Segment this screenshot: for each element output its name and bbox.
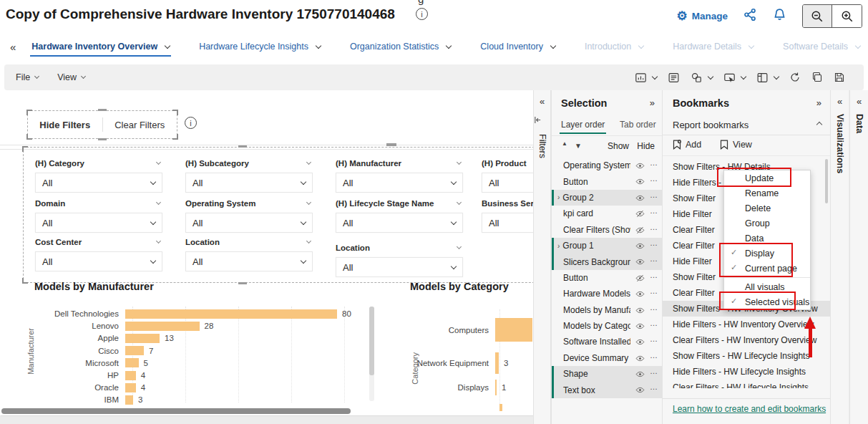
more-options-icon[interactable]: …	[650, 319, 658, 327]
more-options-icon[interactable]: …	[650, 174, 658, 183]
selection-handle[interactable]	[172, 110, 178, 115]
menu-item-current-page[interactable]: ✓Current page	[724, 261, 810, 276]
data-rail-label[interactable]: Data	[854, 114, 864, 133]
slicers-group[interactable]: (H) CategoryAll(H) SubcategoryAll(H) Man…	[23, 147, 533, 283]
chevron-down-icon[interactable]	[165, 42, 170, 48]
chevron-down-icon[interactable]	[306, 238, 311, 244]
chevron-down-icon[interactable]	[457, 160, 462, 165]
bookmarks-help-link[interactable]: Learn how to create and edit bookmarks	[673, 404, 826, 414]
present-tool[interactable]	[723, 72, 746, 84]
bar[interactable]	[125, 371, 136, 380]
chevron-down-icon[interactable]	[301, 178, 306, 184]
slicer-dropdown[interactable]: All	[482, 213, 533, 233]
chevron-down-icon[interactable]	[306, 200, 311, 205]
chevron-down-icon[interactable]	[156, 238, 161, 244]
chevron-down-icon[interactable]	[774, 73, 779, 79]
layer-item-text-box[interactable]: Text box…	[552, 382, 662, 398]
more-options-icon[interactable]: …	[650, 334, 658, 343]
slicer-dropdown[interactable]: All	[185, 213, 313, 233]
bar[interactable]	[125, 383, 136, 392]
models-by-category-visual[interactable]: Models by Category Category ComputersNet…	[401, 281, 533, 408]
bar[interactable]	[125, 395, 133, 405]
more-options-icon[interactable]: …	[650, 206, 658, 215]
layer-item-hardware-models-de-[interactable]: Hardware Models De...…	[552, 286, 662, 302]
layer-item-shape[interactable]: Shape…	[552, 366, 662, 382]
chevron-up-icon[interactable]	[816, 122, 822, 127]
tabs-scroll-left-icon[interactable]: «	[10, 42, 16, 52]
shapes-tool[interactable]	[691, 72, 713, 84]
eye-visible-icon[interactable]	[635, 322, 645, 333]
more-options-icon[interactable]: …	[650, 367, 658, 375]
page-tab-software-details[interactable]: Software Details	[781, 35, 862, 58]
eye-visible-icon[interactable]	[635, 385, 645, 397]
move-layer-down-button[interactable]: ▼	[575, 142, 582, 150]
chevron-down-icon[interactable]	[316, 42, 321, 48]
expand-visualizations-icon[interactable]: «	[831, 96, 849, 107]
bar-partial[interactable]	[499, 404, 502, 411]
manage-button[interactable]: ⚙ Manage	[676, 10, 728, 22]
slicer-dropdown[interactable]: All	[482, 173, 533, 193]
menu-item-selected-visuals[interactable]: ✓Selected visuals	[724, 294, 810, 309]
bar[interactable]	[125, 309, 337, 319]
share-icon[interactable]	[743, 8, 757, 24]
eye-visible-icon[interactable]	[635, 370, 645, 381]
menu-item-update[interactable]: Update	[724, 170, 810, 186]
chevron-down-icon[interactable]	[457, 244, 462, 249]
slicer-dropdown[interactable]: All	[336, 173, 463, 193]
add-bookmark-button[interactable]: Add	[673, 140, 701, 150]
filters-rail-label[interactable]: Filters	[537, 134, 547, 158]
slicer-dropdown[interactable]: All	[35, 213, 162, 233]
menu-item-display[interactable]: ✓Display	[724, 246, 810, 261]
resize-handle[interactable]	[238, 145, 247, 148]
tab-layer-order[interactable]: Layer order	[561, 120, 605, 134]
chevron-down-icon[interactable]	[306, 160, 311, 165]
slicer-dropdown[interactable]: All	[35, 251, 162, 271]
page-tab-cloud-inventory[interactable]: Cloud Inventory	[479, 35, 557, 58]
eye-visible-icon[interactable]	[635, 193, 645, 205]
menu-item-rename[interactable]: Rename	[724, 186, 810, 201]
more-options-icon[interactable]: …	[650, 158, 658, 167]
chevron-down-icon[interactable]	[451, 218, 457, 224]
eye-hidden-icon[interactable]	[635, 274, 645, 285]
more-options-icon[interactable]: …	[650, 254, 658, 263]
bar[interactable]	[125, 346, 144, 355]
bar[interactable]	[125, 358, 139, 367]
tab-tab-order[interactable]: Tab order	[620, 120, 656, 134]
zoom-out-button[interactable]	[803, 5, 832, 27]
bookmarks-scrollbar[interactable]	[825, 159, 828, 203]
selection-handle[interactable]	[26, 134, 32, 140]
chevron-down-icon[interactable]	[748, 42, 754, 48]
slicer-dropdown[interactable]: All	[35, 173, 162, 193]
layer-item-clear-filters-show-[interactable]: Clear Filters (Show)…	[552, 222, 662, 238]
chevron-down-icon[interactable]	[457, 200, 462, 205]
chevron-down-icon[interactable]	[301, 218, 306, 224]
selection-handle[interactable]	[26, 110, 32, 115]
new-visual-tool[interactable]	[635, 72, 657, 84]
page-tab-organization-statistics[interactable]: Organization Statistics	[348, 35, 452, 58]
expand-filters-icon[interactable]: «	[534, 96, 550, 107]
resize-handle[interactable]	[386, 143, 396, 146]
bookmark-item-hide-filters-hw-lifecycle-insights[interactable]: Hide Filters - HW Lifecycle Insights	[663, 364, 830, 380]
report-canvas[interactable]: Hide Filters Clear Filters i (H) Categor…	[0, 90, 533, 415]
layer-item-software-installed-on-[interactable]: Software Installed on ...…	[552, 334, 662, 350]
bar[interactable]	[125, 322, 200, 331]
more-options-icon[interactable]: …	[650, 191, 658, 199]
models-by-manufacturer-visual[interactable]: Models by Manufacturer Manufacturer Dell…	[25, 281, 383, 408]
collapse-bookmarks-pane-icon[interactable]: »	[816, 97, 821, 108]
menu-item-group[interactable]: Group	[724, 216, 810, 231]
eye-visible-icon[interactable]	[635, 354, 645, 365]
view-bookmarks-button[interactable]: View	[720, 140, 752, 150]
chevron-down-icon[interactable]	[638, 42, 644, 48]
eye-visible-icon[interactable]	[635, 306, 645, 317]
notifications-bell-icon[interactable]	[773, 8, 786, 24]
zoom-in-button[interactable]	[832, 5, 862, 27]
canvas-horizontal-scrollbar[interactable]	[1, 408, 351, 414]
eye-visible-icon[interactable]	[635, 241, 645, 253]
slicer-dropdown[interactable]: All	[336, 213, 463, 233]
layer-item-device-summary[interactable]: Device Summary…	[552, 350, 662, 366]
chevron-down-icon[interactable]	[150, 178, 156, 184]
eye-visible-icon[interactable]	[635, 177, 645, 188]
chevron-down-icon[interactable]	[150, 257, 156, 263]
chevron-down-icon[interactable]	[451, 263, 457, 269]
page-tab-hardware-inventory-overview[interactable]: Hardware Inventory Overview	[30, 35, 171, 58]
